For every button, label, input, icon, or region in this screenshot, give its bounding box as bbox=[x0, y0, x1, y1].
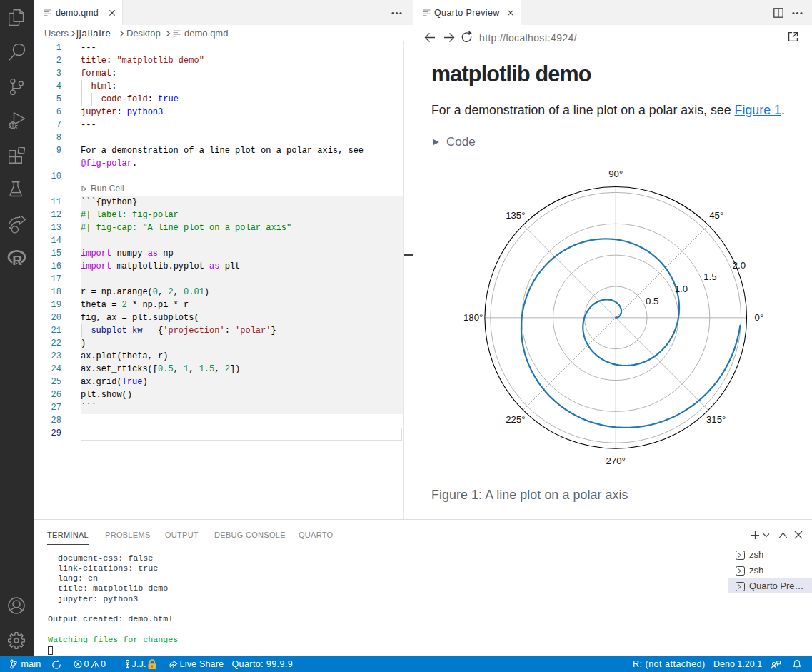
svg-text:1.0: 1.0 bbox=[675, 284, 688, 294]
svg-text:2.0: 2.0 bbox=[733, 260, 746, 271]
svg-text:180°: 180° bbox=[463, 312, 483, 323]
svg-text:0.5: 0.5 bbox=[646, 296, 658, 306]
svg-text:135°: 135° bbox=[506, 210, 525, 221]
svg-text:225°: 225° bbox=[506, 414, 525, 425]
svg-text:0°: 0° bbox=[755, 312, 764, 323]
svg-text:315°: 315° bbox=[706, 414, 726, 425]
svg-text:270°: 270° bbox=[606, 456, 626, 466]
svg-text:1.5: 1.5 bbox=[703, 271, 716, 282]
svg-text:90°: 90° bbox=[608, 169, 623, 179]
svg-text:R: R bbox=[12, 253, 22, 266]
svg-text:45°: 45° bbox=[709, 210, 723, 221]
